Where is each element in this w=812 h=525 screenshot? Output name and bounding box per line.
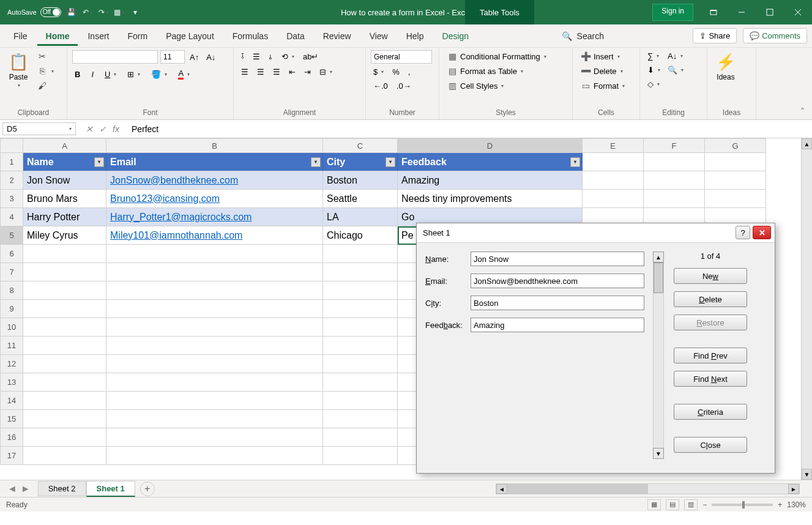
normal-view-icon[interactable]: ▦ bbox=[647, 499, 661, 510]
email-link[interactable]: Miley101@iamnothannah.com bbox=[110, 230, 242, 241]
dialog-titlebar[interactable]: Sheet 1 ? ✕ bbox=[417, 223, 775, 243]
format-as-table-button[interactable]: ▤Format as Table▾ bbox=[444, 65, 549, 77]
cell[interactable]: JonSnow@bendtheknee.com bbox=[106, 171, 323, 190]
cell[interactable]: Amazing bbox=[398, 171, 583, 190]
cell[interactable] bbox=[323, 263, 398, 281]
cell-styles-button[interactable]: ▥Cell Styles▾ bbox=[444, 80, 549, 92]
column-header[interactable]: A bbox=[23, 138, 106, 153]
autosave-toggle[interactable]: AutoSave Off bbox=[7, 7, 61, 17]
form-email-input[interactable] bbox=[471, 274, 644, 288]
form-qa-icon[interactable]: ▦▾ bbox=[114, 7, 125, 18]
cell[interactable] bbox=[106, 447, 323, 465]
cell[interactable]: Needs tiny improvements bbox=[398, 190, 583, 208]
scroll-up-icon[interactable]: ▲ bbox=[802, 138, 812, 149]
font-size-combo[interactable] bbox=[160, 50, 185, 64]
cell[interactable]: Jon Snow bbox=[23, 171, 106, 190]
cell[interactable] bbox=[106, 337, 323, 355]
align-left-button[interactable]: ☰ bbox=[239, 66, 251, 78]
row-header[interactable]: 10 bbox=[0, 318, 23, 337]
form-find-prev-button[interactable]: Find Prev bbox=[674, 348, 747, 363]
cell[interactable] bbox=[23, 300, 106, 318]
comments-button[interactable]: 💬 Comments bbox=[743, 28, 807, 43]
italic-button[interactable]: I bbox=[89, 67, 96, 81]
add-sheet-button[interactable]: + bbox=[140, 482, 155, 496]
font-name-combo[interactable] bbox=[72, 50, 158, 64]
sort-filter-button[interactable]: A↓▾ bbox=[665, 50, 686, 62]
save-icon[interactable]: 💾 bbox=[66, 7, 77, 18]
cell[interactable] bbox=[106, 355, 323, 373]
bold-button[interactable]: B bbox=[72, 67, 83, 81]
row-header[interactable]: 15 bbox=[0, 410, 23, 428]
cell[interactable]: Boston bbox=[323, 171, 398, 190]
row-header[interactable]: 6 bbox=[0, 245, 23, 263]
increase-indent-button[interactable]: ⇥ bbox=[302, 66, 313, 78]
currency-button[interactable]: $▾ bbox=[371, 66, 386, 78]
scroll-down-icon[interactable]: ▼ bbox=[802, 469, 812, 480]
formula-input[interactable]: Perfect bbox=[127, 123, 812, 135]
clear-button[interactable]: ◇▾ bbox=[645, 78, 663, 90]
cell[interactable]: LA bbox=[323, 208, 398, 226]
row-header[interactable]: 12 bbox=[0, 355, 23, 373]
email-link[interactable]: Bruno123@icansing.com bbox=[110, 193, 220, 204]
cell[interactable] bbox=[23, 355, 106, 373]
cell[interactable] bbox=[323, 410, 398, 428]
cell[interactable] bbox=[106, 428, 323, 447]
redo-icon[interactable]: ↷▾ bbox=[98, 7, 109, 18]
tab-formulas[interactable]: Formulas bbox=[224, 26, 277, 46]
dialog-close-icon[interactable]: ✕ bbox=[753, 226, 771, 239]
column-header[interactable]: E bbox=[583, 138, 644, 153]
border-button[interactable]: ⊞▾ bbox=[125, 67, 143, 81]
cell[interactable] bbox=[106, 373, 323, 392]
sheet-tab-1[interactable]: Sheet 1 bbox=[86, 481, 135, 497]
cell[interactable]: City▾ bbox=[323, 153, 398, 171]
cell[interactable] bbox=[106, 392, 323, 410]
row-header[interactable]: 1 bbox=[0, 153, 23, 171]
fx-icon[interactable]: fx bbox=[113, 124, 119, 134]
fill-color-button[interactable]: 🪣▾ bbox=[149, 67, 169, 81]
cell[interactable]: Miley Cyrus bbox=[23, 226, 106, 245]
cell[interactable] bbox=[23, 447, 106, 465]
filter-dropdown-icon[interactable]: ▾ bbox=[570, 157, 580, 167]
scroll-left-icon[interactable]: ◄ bbox=[496, 484, 507, 494]
tab-page-layout[interactable]: Page Layout bbox=[157, 26, 223, 46]
filter-dropdown-icon[interactable]: ▾ bbox=[386, 157, 395, 167]
paste-button[interactable]: 📋 Paste ▾ bbox=[5, 50, 32, 91]
enter-formula-icon[interactable]: ✓ bbox=[99, 124, 106, 134]
cell[interactable] bbox=[23, 263, 106, 281]
form-name-input[interactable] bbox=[471, 251, 644, 266]
vertical-scrollbar[interactable]: ▲ ▼ bbox=[801, 138, 812, 480]
row-header[interactable]: 13 bbox=[0, 373, 23, 392]
cell[interactable] bbox=[23, 318, 106, 337]
row-header[interactable]: 11 bbox=[0, 337, 23, 355]
cell[interactable] bbox=[323, 355, 398, 373]
cell[interactable] bbox=[23, 428, 106, 447]
cell[interactable]: Miley101@iamnothannah.com bbox=[106, 226, 323, 245]
minimize-icon[interactable] bbox=[728, 0, 756, 24]
merge-button[interactable]: ⊟▾ bbox=[317, 66, 335, 78]
row-header[interactable]: 5 bbox=[0, 226, 23, 245]
cell[interactable]: Bruno Mars bbox=[23, 190, 106, 208]
row-header[interactable]: 17 bbox=[0, 447, 23, 465]
row-header[interactable]: 9 bbox=[0, 300, 23, 318]
zoom-slider[interactable] bbox=[712, 504, 773, 506]
column-header[interactable]: D bbox=[398, 138, 583, 153]
autosum-button[interactable]: ∑▾ bbox=[645, 50, 663, 62]
cell[interactable]: Chicago bbox=[323, 226, 398, 245]
cell[interactable] bbox=[323, 281, 398, 300]
cell[interactable]: Email▾ bbox=[106, 153, 323, 171]
cell[interactable] bbox=[23, 392, 106, 410]
dialog-help-icon[interactable]: ? bbox=[736, 226, 750, 239]
copy-button[interactable]: ⎘▾ bbox=[34, 65, 56, 77]
page-layout-view-icon[interactable]: ▤ bbox=[666, 499, 679, 510]
cell[interactable] bbox=[323, 245, 398, 263]
cell[interactable] bbox=[106, 245, 323, 263]
maximize-icon[interactable] bbox=[756, 0, 784, 24]
insert-cells-button[interactable]: ➕Insert▾ bbox=[578, 50, 627, 62]
select-all-corner[interactable] bbox=[0, 138, 23, 153]
font-color-button[interactable]: A▾ bbox=[176, 67, 192, 81]
sign-in-button[interactable]: Sign in bbox=[652, 4, 693, 21]
email-link[interactable]: JonSnow@bendtheknee.com bbox=[110, 175, 238, 186]
scroll-up-icon[interactable]: ▲ bbox=[653, 251, 664, 262]
cell[interactable] bbox=[323, 318, 398, 337]
scroll-down-icon[interactable]: ▼ bbox=[653, 448, 664, 459]
